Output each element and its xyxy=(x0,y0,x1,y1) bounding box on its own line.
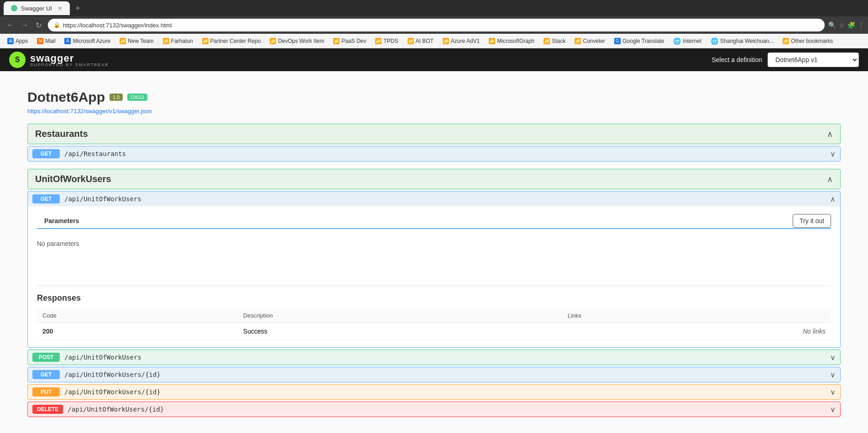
responses-table: Code Description Links 200 Success No li… xyxy=(37,308,831,340)
endpoint-path-unitofworkusers: /api/UnitOfWorkUsers xyxy=(64,195,826,203)
bookmark-apps[interactable]: ⊞ Apps xyxy=(4,37,31,45)
try-it-out-button[interactable]: Try it out xyxy=(793,214,831,228)
put-unitofworkusers-id-chevron-icon: ∨ xyxy=(830,388,836,396)
get-unitofworkusers-id-chevron-icon: ∨ xyxy=(830,370,836,379)
address-bar[interactable]: 🔒 https://localhost:7132/swagger/index.h… xyxy=(48,19,825,31)
bookmark-devops[interactable]: 📁 DevOps Work Item xyxy=(266,37,328,45)
bookmark-google-translate-label: Google Translate xyxy=(622,38,664,44)
internet-icon: 🌐 xyxy=(673,37,681,45)
section-unitofworkusers-title: UnitOfWorkUsers xyxy=(35,174,111,184)
endpoint-post-unitofworkusers: POST /api/UnitOfWorkUsers ∨ xyxy=(27,350,841,365)
swagger-logo-icon: S xyxy=(9,52,26,68)
response-links-200: No links xyxy=(562,323,831,340)
bookmark-stack-label: Stack xyxy=(552,38,565,44)
bookmark-aibot[interactable]: 📁 AI BOT xyxy=(404,37,437,45)
bookmark-azure-adv1[interactable]: 📁 Azure AdV1 xyxy=(439,37,483,45)
section-restaurants-header[interactable]: Restaurants ∧ xyxy=(27,124,841,144)
shanghai-icon: 🌐 xyxy=(711,37,718,45)
forward-button[interactable]: → xyxy=(18,20,31,30)
response-code-200: 200 xyxy=(37,323,238,340)
get-badge-restaurants: GET xyxy=(32,149,60,158)
section-unitofworkusers-header[interactable]: UnitOfWorkUsers ∧ xyxy=(27,169,841,189)
get-badge-unitofworkusers: GET xyxy=(32,194,60,203)
bookmark-newteam-label: New Team xyxy=(128,38,153,44)
mail-icon: M xyxy=(37,38,43,44)
col-links: Links xyxy=(562,308,831,323)
parameters-tab[interactable]: Parameters xyxy=(37,214,86,229)
endpoint-row-get-unitofworkusers-id[interactable]: GET /api/UnitOfWorkUsers/{id} ∨ xyxy=(27,367,841,382)
swagger-header: S swagger SUPPORTED BY SMARTBEAR Select … xyxy=(0,48,868,71)
bookmark-conveter-label: Conveter xyxy=(583,38,605,44)
endpoint-row-post-unitofworkusers[interactable]: POST /api/UnitOfWorkUsers ∨ xyxy=(27,350,841,365)
endpoint-row-get-unitofworkusers[interactable]: GET /api/UnitOfWorkUsers ∧ xyxy=(27,191,841,206)
tab-close-icon[interactable]: ✕ xyxy=(58,5,63,12)
bookmark-shanghai-label: Shanghai Weichuan... xyxy=(720,38,774,44)
no-params-text: No parameters xyxy=(37,236,831,251)
unitofworkusers-expand-chevron-icon: ∧ xyxy=(830,195,836,203)
zoom-icon[interactable]: 🔍 xyxy=(828,21,836,29)
bookmark-partner-center-label: Partner Center Repo xyxy=(210,38,261,44)
devops-folder-icon: 📁 xyxy=(270,38,276,44)
endpoint-get-unitofworkusers: GET /api/UnitOfWorkUsers ∧ Parameters Tr… xyxy=(27,191,841,348)
url-text: https://localhost:7132/swagger/index.htm… xyxy=(63,22,172,29)
endpoint-path-post-unitofworkusers: /api/UnitOfWorkUsers xyxy=(64,354,826,361)
newteam-folder-icon: 📁 xyxy=(120,38,126,44)
bookmark-conveter[interactable]: 📁 Conveter xyxy=(571,37,609,45)
swagger-def-selector: Select a definition Dotnet6App v1 xyxy=(711,52,859,67)
bookmark-azure-label: Microsoft Azure xyxy=(73,38,110,44)
aibot-folder-icon: 📁 xyxy=(408,38,414,44)
definition-select[interactable]: Dotnet6App v1 xyxy=(768,52,859,67)
put-badge-unitofworkusers-id: PUT xyxy=(32,387,60,396)
responses-section: Responses Code Description Links xyxy=(28,286,840,347)
restaurants-expand-chevron-icon: ∨ xyxy=(830,150,836,158)
google-translate-icon: G xyxy=(614,38,621,44)
conveter-folder-icon: 📁 xyxy=(575,38,581,44)
bookmark-other[interactable]: 📁 Other bookmarks xyxy=(779,37,837,45)
swagger-json-link[interactable]: https://localhost:7132/swagger/v1/swagge… xyxy=(27,108,841,115)
response-description-200: Success xyxy=(238,323,562,340)
bookmark-farhatun[interactable]: 📁 Farhatun xyxy=(159,37,197,45)
bookmark-devops-label: DevOps Work Item xyxy=(278,38,324,44)
browser-chrome: Swagger UI ✕ + ← → ↻ 🔒 https://localhost… xyxy=(0,0,868,48)
response-row-200: 200 Success No links xyxy=(37,323,831,340)
col-code: Code xyxy=(37,308,238,323)
delete-unitofworkusers-id-chevron-icon: ∨ xyxy=(830,405,836,414)
swagger-logo-text-group: swagger SUPPORTED BY SMARTBEAR xyxy=(30,52,109,67)
bookmark-paas[interactable]: 📁 PaaS Dev xyxy=(329,37,370,45)
star-icon[interactable]: ☆ xyxy=(839,21,845,29)
bookmark-azure[interactable]: A Microsoft Azure xyxy=(61,37,114,45)
back-button[interactable]: ← xyxy=(4,20,16,30)
app-title-row: Dotnet6App 1.0 OAS3 xyxy=(27,89,841,105)
bookmark-google-translate[interactable]: G Google Translate xyxy=(611,37,668,45)
bookmark-stack[interactable]: 📁 Stack xyxy=(540,37,569,45)
paas-folder-icon: 📁 xyxy=(333,38,340,44)
endpoint-row-delete-unitofworkusers-id[interactable]: DELETE /api/UnitOfWorkUsers/{id} ∨ xyxy=(27,402,841,417)
lock-icon: 🔒 xyxy=(53,22,60,28)
menu-icon[interactable]: ⋮ xyxy=(858,21,864,29)
version-badge: 1.0 xyxy=(110,94,123,101)
bookmark-shanghai[interactable]: 🌐 Shanghai Weichuan... xyxy=(707,37,777,46)
refresh-button[interactable]: ↻ xyxy=(33,20,44,31)
bookmark-aibot-label: AI BOT xyxy=(416,38,434,44)
address-bar-row: ← → ↻ 🔒 https://localhost:7132/swagger/i… xyxy=(0,16,868,34)
extensions-icon[interactable]: 🧩 xyxy=(847,21,855,29)
bookmark-tpds[interactable]: 📁 TPDS xyxy=(371,37,402,45)
bookmark-mail[interactable]: M Mail xyxy=(33,37,59,45)
tab-bar: Swagger UI ✕ + xyxy=(0,0,868,16)
new-tab-button[interactable]: + xyxy=(72,3,84,14)
bookmark-paas-label: PaaS Dev xyxy=(341,38,366,44)
bookmark-newteam[interactable]: 📁 New Team xyxy=(116,37,157,45)
active-tab[interactable]: Swagger UI ✕ xyxy=(4,1,70,15)
endpoint-delete-unitofworkusers-id: DELETE /api/UnitOfWorkUsers/{id} ∨ xyxy=(27,402,841,417)
delete-badge-unitofworkusers-id: DELETE xyxy=(32,405,63,414)
endpoint-path-delete-unitofworkusers-id: /api/UnitOfWorkUsers/{id} xyxy=(68,406,826,413)
bookmark-farhatun-label: Farhatun xyxy=(171,38,193,44)
swagger-logo: S swagger SUPPORTED BY SMARTBEAR xyxy=(9,52,109,68)
endpoint-row-put-unitofworkusers-id[interactable]: PUT /api/UnitOfWorkUsers/{id} ∨ xyxy=(27,384,841,400)
bookmark-partner-center[interactable]: 📁 Partner Center Repo xyxy=(199,37,265,45)
bookmark-internet[interactable]: 🌐 Internet xyxy=(669,37,705,46)
responses-title: Responses xyxy=(37,293,831,303)
other-folder-icon: 📁 xyxy=(783,38,789,44)
bookmark-msgraph[interactable]: 📁 MicrosoftGraph xyxy=(485,37,538,45)
endpoint-row-get-restaurants[interactable]: GET /api/Restaurants ∨ xyxy=(27,146,841,162)
